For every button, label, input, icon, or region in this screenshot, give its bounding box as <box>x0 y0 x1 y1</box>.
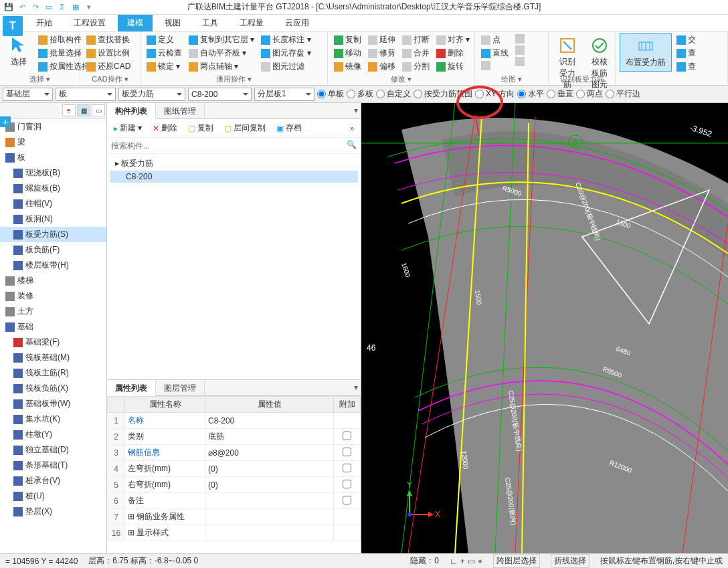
tree-item[interactable]: 螺旋板(B) <box>0 181 106 196</box>
tree-item[interactable]: 基础板带(W) <box>0 396 106 411</box>
archive-button[interactable]: ▣存档 <box>274 121 304 135</box>
tree-item[interactable]: 门窗洞 <box>0 119 106 134</box>
collapse-props-icon[interactable]: ▾ <box>351 380 361 395</box>
table-row[interactable]: 2类别底筋 <box>108 429 361 445</box>
lock-button[interactable]: 锁定 ▾ <box>145 60 184 73</box>
check1-button[interactable]: 查 <box>674 47 698 60</box>
tab-start[interactable]: 开始 <box>27 15 62 31</box>
prop-extra[interactable] <box>334 461 361 477</box>
extra-checkbox[interactable] <box>343 480 351 488</box>
tab-proj-settings[interactable]: 工程设置 <box>64 15 115 31</box>
tree-item[interactable]: 筏板主筋(R) <box>0 365 106 381</box>
extra-checkbox[interactable] <box>343 464 351 472</box>
auto-level-button[interactable]: 自动平齐板 ▾ <box>187 47 256 60</box>
arc-button[interactable] <box>513 33 527 44</box>
filter-elements-button[interactable]: 图元过滤 <box>259 60 312 73</box>
prop-value[interactable] <box>205 525 334 541</box>
report-icon[interactable]: ▦ <box>71 2 80 11</box>
save-icon[interactable]: 💾 <box>4 2 13 11</box>
tree-item[interactable]: 板受力筋(S) <box>0 227 106 242</box>
delete-button[interactable]: 删除 <box>434 47 472 60</box>
prop-value[interactable]: (0) <box>205 477 334 493</box>
tab-model[interactable]: 建模 <box>118 15 153 31</box>
tree-item[interactable]: 基础 <box>0 319 106 335</box>
collapse-panel-icon[interactable]: ▾ <box>351 103 361 118</box>
copy-comp-button[interactable]: ▢复制 <box>185 121 216 135</box>
new-button[interactable]: ▸新建 ▾ <box>111 121 145 135</box>
status-cross-layer[interactable]: 跨图层选择 <box>493 554 540 568</box>
drawing-canvas[interactable]: B R5000 C20@200(板中线向) <box>361 103 728 553</box>
tree-item[interactable]: 梁 <box>0 134 106 150</box>
tab-drawing-mgmt[interactable]: 图纸管理 <box>156 103 205 118</box>
tree-collapse-icon[interactable]: ≡ <box>62 104 76 116</box>
extra-checkbox[interactable] <box>343 496 351 504</box>
table-row[interactable]: 5右弯折(mm)(0) <box>108 477 361 493</box>
tab-layer-mgmt[interactable]: 图层管理 <box>156 380 205 395</box>
line-button[interactable]: 直线 <box>479 47 511 60</box>
snap3-icon[interactable]: ▭ <box>468 557 475 566</box>
tree-item[interactable]: 土方 <box>0 304 106 319</box>
prop-value[interactable] <box>205 509 334 525</box>
pin-button[interactable]: + <box>0 116 11 127</box>
tree-item[interactable]: 独立基础(D) <box>0 442 106 458</box>
layer-copy-button[interactable]: ▢层间复制 <box>221 121 268 135</box>
layer-combo[interactable]: 分层板1 <box>254 88 314 101</box>
type-combo[interactable]: 板受力筋 <box>118 88 185 101</box>
table-row[interactable]: 7⊞ 钢筋业务属性 <box>108 509 361 525</box>
tree-item[interactable]: 筏板负筋(X) <box>0 381 106 396</box>
tree-item[interactable]: 柱帽(V) <box>0 196 106 211</box>
table-row[interactable]: 6备注 <box>108 493 361 509</box>
tab-quantity[interactable]: 工程量 <box>230 15 273 31</box>
prop-value[interactable]: ⌀8@200 <box>205 445 334 461</box>
tab-view[interactable]: 视图 <box>155 15 190 31</box>
tab-properties[interactable]: 属性列表 <box>107 380 156 396</box>
list-root[interactable]: ▸ 板受力筋 <box>110 157 358 171</box>
general-op-group-label[interactable]: 通用操作 ▾ <box>141 74 327 84</box>
check2-button[interactable]: 查 <box>674 60 698 73</box>
define-button[interactable]: 定义 <box>145 33 184 46</box>
tree-item[interactable]: 板洞(N) <box>0 211 106 227</box>
radio-horizontal[interactable]: 水平 <box>517 88 544 100</box>
tab-tools[interactable]: 工具 <box>193 15 227 31</box>
tree-item[interactable]: 板负筋(F) <box>0 242 106 258</box>
snap1-icon[interactable]: ∟ <box>450 557 458 566</box>
undo-icon[interactable]: ↶ <box>17 2 27 11</box>
tree-item[interactable]: 筏板基础(M) <box>0 350 106 365</box>
status-snap-icons[interactable]: ∟ + ▭ ⌖ <box>450 557 482 566</box>
select-group-label[interactable]: 选择 ▾ <box>0 74 80 84</box>
prop-extra[interactable] <box>334 429 361 445</box>
status-polyline[interactable]: 折线选择 <box>551 554 589 568</box>
search-input[interactable] <box>107 138 361 154</box>
radio-single[interactable]: 单板 <box>317 88 344 100</box>
cross-button[interactable]: 交 <box>674 33 698 46</box>
table-row[interactable]: 1名称C8-200 <box>108 413 361 429</box>
tree-item[interactable]: 桩(U) <box>0 488 106 504</box>
restore-cad-button[interactable]: 还原CAD <box>84 60 132 73</box>
prop-extra[interactable] <box>334 525 361 541</box>
sum-icon[interactable]: Σ <box>58 2 67 11</box>
offset-button[interactable]: 偏移 <box>366 60 397 73</box>
break-button[interactable]: 打断 <box>400 33 432 46</box>
extend-button[interactable]: 延伸 <box>366 33 397 46</box>
tree-list-icon[interactable]: ▦ <box>77 104 90 116</box>
prop-extra[interactable] <box>334 509 361 525</box>
tree-item[interactable]: 垫层(X) <box>0 504 106 519</box>
move-button[interactable]: 移动 <box>332 47 363 60</box>
mirror-button[interactable]: 镜像 <box>332 60 363 73</box>
component-tree[interactable]: 门窗洞梁板现浇板(B)螺旋板(B)柱帽(V)板洞(N)板受力筋(S)板负筋(F)… <box>0 119 106 553</box>
tree-item[interactable]: 基础梁(F) <box>0 335 106 350</box>
radio-multi[interactable]: 多板 <box>347 88 373 100</box>
expand-icon[interactable]: ⊞ <box>128 528 136 537</box>
poly-button[interactable] <box>513 56 527 67</box>
length-dim-button[interactable]: 长度标注 ▾ <box>259 33 312 46</box>
select-big-button[interactable]: 选择 <box>4 33 33 70</box>
radio-xy[interactable]: XY 方向 <box>475 88 515 100</box>
copy-to-layer-button[interactable]: 复制到其它层 ▾ <box>187 33 256 46</box>
tree-item[interactable]: 楼梯 <box>0 273 106 288</box>
align-button[interactable]: 对齐 ▾ <box>434 33 472 46</box>
tree-item[interactable]: 楼层板带(H) <box>0 258 106 273</box>
prop-extra[interactable] <box>334 493 361 509</box>
tree-item[interactable]: 桩承台(V) <box>0 473 106 488</box>
tree-item[interactable]: 现浇板(B) <box>0 165 106 181</box>
table-row[interactable]: 16⊞ 显示样式 <box>108 525 361 541</box>
